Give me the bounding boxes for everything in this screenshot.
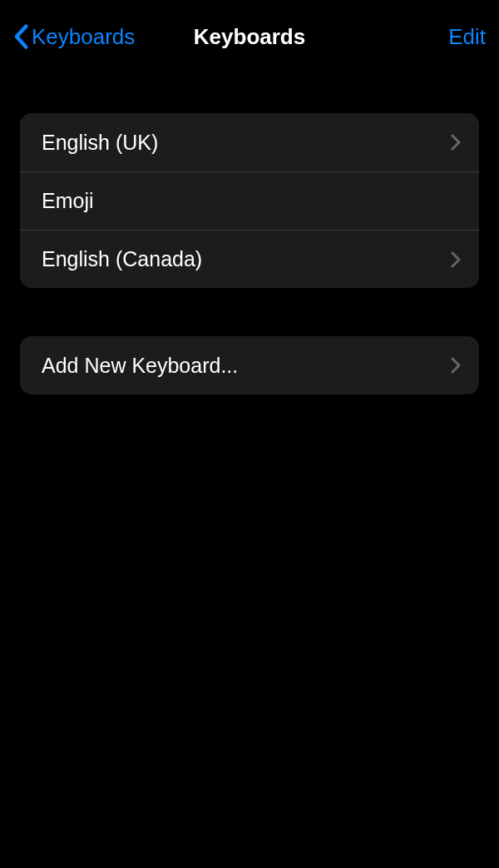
keyboard-item-english-canada[interactable]: English (Canada)	[20, 230, 479, 288]
add-new-keyboard-button[interactable]: Add New Keyboard...	[20, 336, 479, 394]
page-title: Keyboards	[194, 24, 305, 50]
edit-button[interactable]: Edit	[448, 24, 486, 50]
chevron-right-icon	[451, 357, 461, 374]
content-area: English (UK) Emoji English (Canada) Add …	[0, 113, 499, 394]
keyboard-item-label: English (Canada)	[42, 247, 202, 271]
navigation-bar: Keyboards Keyboards Edit	[0, 10, 499, 63]
chevron-right-icon	[451, 251, 461, 268]
add-new-keyboard-label: Add New Keyboard...	[42, 354, 238, 378]
back-button-label: Keyboards	[32, 24, 135, 50]
keyboard-item-label: Emoji	[42, 189, 94, 213]
add-keyboard-group: Add New Keyboard...	[20, 336, 479, 394]
keyboard-item-english-uk[interactable]: English (UK)	[20, 113, 479, 171]
chevron-left-icon	[13, 24, 28, 49]
back-button[interactable]: Keyboards	[13, 24, 135, 50]
keyboards-list: English (UK) Emoji English (Canada)	[20, 113, 479, 288]
keyboard-item-emoji[interactable]: Emoji	[20, 171, 479, 230]
keyboard-item-label: English (UK)	[42, 131, 158, 155]
chevron-right-icon	[451, 134, 461, 151]
